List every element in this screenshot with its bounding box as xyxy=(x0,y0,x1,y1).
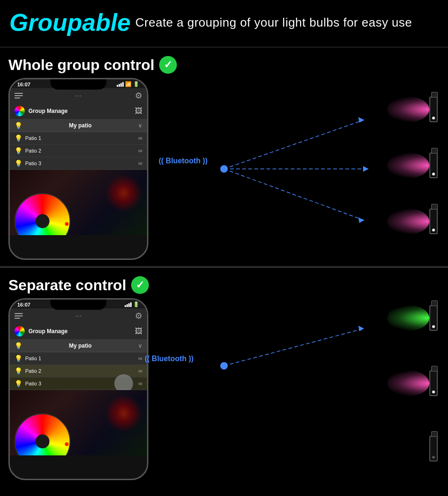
link-icon-s2-2: ∞ xyxy=(138,368,142,374)
my-patio-row-2[interactable]: 💡 My patio ∨ xyxy=(10,340,147,352)
app-header-2: ··· ⚙ xyxy=(10,308,147,323)
fixture2-middle xyxy=(387,370,438,396)
fixture-middle xyxy=(387,153,438,178)
gear-icon-2: ⚙ xyxy=(135,311,142,321)
svg-line-1 xyxy=(224,120,364,169)
color-wheel-area xyxy=(10,170,147,235)
patio1-row-2[interactable]: 💡 Patio 1 ∞ xyxy=(10,352,147,365)
title-subtitle: Create a grouping of your light bulbs fo… xyxy=(135,15,412,30)
bulb-icon-1: 💡 xyxy=(14,134,22,142)
app-header: ··· ⚙ xyxy=(10,88,147,103)
link-icon-3: ∞ xyxy=(138,160,142,167)
patio1-label: Patio 1 xyxy=(25,135,135,141)
section-separate: Separate control 16:07 🔋 xyxy=(0,267,448,496)
link-icon-1: ∞ xyxy=(138,135,142,141)
section2-phone: 16:07 🔋 ··· xyxy=(8,298,167,485)
link-icon-s2-3: ∞ xyxy=(138,380,142,387)
svg-point-0 xyxy=(220,165,228,173)
group-manage-row[interactable]: Group Manage 🖼 xyxy=(10,103,147,119)
svg-marker-5 xyxy=(363,166,369,172)
bulb-icon-s2-3: 💡 xyxy=(14,380,22,387)
phone-notch xyxy=(50,79,106,90)
chevron-down-icon-2: ∨ xyxy=(138,342,142,349)
section-whole-group: Whole group control 16:07 📶 🔋 xyxy=(0,47,448,266)
section1-label: Whole group control xyxy=(8,56,177,74)
status-icons-2: 🔋 xyxy=(125,301,140,307)
patio3-row[interactable]: 💡 Patio 3 ∞ xyxy=(10,157,147,170)
bulb-icon-s2-1: 💡 xyxy=(14,355,22,362)
my-patio-row[interactable]: 💡 My patio ∨ xyxy=(10,119,147,132)
phone-notch-2 xyxy=(50,300,106,310)
svg-marker-4 xyxy=(358,117,364,123)
link-icon-s2-1: ∞ xyxy=(138,355,142,362)
section1-phone-body: 16:07 📶 🔋 xyxy=(8,78,148,260)
color-wheel xyxy=(14,193,70,235)
section2-title: Separate control xyxy=(8,277,126,294)
menu-icon xyxy=(14,93,23,98)
link-icon-2: ∞ xyxy=(138,147,142,154)
photo-icon: 🖼 xyxy=(135,107,142,115)
patio1-row[interactable]: 💡 Patio 1 ∞ xyxy=(10,132,147,145)
fixture-top xyxy=(387,97,438,122)
color-selector-dot xyxy=(65,222,69,226)
time-display: 16:07 xyxy=(17,82,30,87)
group-manage-label-2: Group Manage xyxy=(28,328,131,335)
section1-phone: 16:07 📶 🔋 xyxy=(8,78,167,265)
bulb-icon-s2-2: 💡 xyxy=(14,367,22,375)
section2-check-icon xyxy=(131,276,149,294)
fixture2-top xyxy=(387,305,438,331)
page-header: Groupable Create a grouping of your ligh… xyxy=(0,0,448,41)
patio3-row-2[interactable]: 💡 Patio 3 ∞ xyxy=(10,377,147,390)
section1-title: Whole group control xyxy=(8,56,154,74)
color-selector-dot-2 xyxy=(65,442,69,446)
status-icons: 📶 🔋 xyxy=(117,81,140,87)
patio2-label: Patio 2 xyxy=(25,148,135,154)
photo-icon-2: 🖼 xyxy=(135,327,142,335)
gear-icon: ⚙ xyxy=(135,91,142,101)
bulb-icon-3: 💡 xyxy=(14,160,22,167)
title-groupable: Groupable xyxy=(9,8,131,36)
svg-marker-6 xyxy=(358,217,364,223)
section1-check-icon xyxy=(159,56,177,74)
menu-icon-2 xyxy=(14,313,23,319)
chevron-down-icon: ∨ xyxy=(138,122,142,129)
color-circle-2 xyxy=(14,326,25,336)
fixture-bottom xyxy=(387,209,438,234)
patio2-row[interactable]: 💡 Patio 2 ∞ xyxy=(10,145,147,157)
section2-label: Separate control xyxy=(8,276,149,294)
svg-point-8 xyxy=(220,362,228,370)
color-circle xyxy=(14,106,25,116)
patio1-label-2: Patio 1 xyxy=(25,356,135,361)
color-wheel-area-2 xyxy=(10,390,147,455)
app-dots-2: ··· xyxy=(76,314,82,319)
group-name-label: My patio xyxy=(69,122,92,129)
group-manage-row-2[interactable]: Group Manage 🖼 xyxy=(10,323,147,340)
group-name-label-2: My patio xyxy=(69,342,92,349)
patio3-label: Patio 3 xyxy=(25,161,135,166)
app-dots: ··· xyxy=(76,93,82,98)
fixture2-bottom xyxy=(387,436,438,461)
bulb-icon-2: 💡 xyxy=(14,147,22,154)
svg-line-3 xyxy=(224,169,364,220)
color-wheel-2 xyxy=(14,413,70,455)
time-display-2: 16:07 xyxy=(17,302,30,307)
patio2-label-2: Patio 2 xyxy=(25,368,135,374)
section2-phone-body: 16:07 🔋 ··· xyxy=(8,298,148,480)
group-manage-label: Group Manage xyxy=(28,108,131,114)
svg-marker-10 xyxy=(358,326,364,331)
svg-line-9 xyxy=(224,328,364,366)
